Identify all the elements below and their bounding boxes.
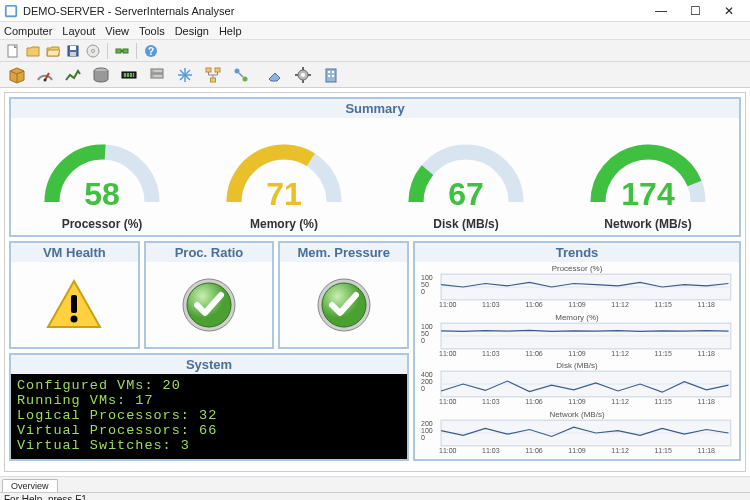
trend-title: Memory (%) <box>421 313 733 322</box>
ok-icon <box>314 275 374 335</box>
svg-rect-8 <box>116 49 121 53</box>
cd-icon[interactable] <box>84 42 102 60</box>
building-icon[interactable] <box>320 64 342 86</box>
save-icon[interactable] <box>64 42 82 60</box>
svg-point-24 <box>152 75 154 77</box>
trend-xticks: 11:0011:0311:0611:0911:1211:1511:18 <box>421 301 733 308</box>
summary-panel: Summary 58 Processor (%) 71 Memory (%) <box>9 97 741 237</box>
status-row: VM Health Proc. Ratio Mem. Pressure <box>9 241 409 349</box>
maximize-button[interactable]: ☐ <box>678 1 712 21</box>
status-bar: For Help, press F1. <box>0 492 750 500</box>
status-panel-2: Mem. Pressure <box>278 241 409 349</box>
open-icon[interactable] <box>24 42 42 60</box>
memory-icon[interactable] <box>118 64 140 86</box>
svg-text:?: ? <box>148 46 154 57</box>
svg-point-23 <box>152 70 154 72</box>
svg-point-14 <box>44 78 47 81</box>
tab-strip: Overview <box>0 476 750 492</box>
menu-design[interactable]: Design <box>175 25 209 37</box>
menu-computer[interactable]: Computer <box>4 25 52 37</box>
close-button[interactable]: ✕ <box>712 1 746 21</box>
status-title: VM Health <box>11 243 138 262</box>
trend-3: Network (MB/s) 2001000 11:0011:0311:0611… <box>421 410 733 458</box>
svg-rect-31 <box>211 78 216 82</box>
svg-rect-44 <box>332 75 334 77</box>
trend-yticks: 4002000 <box>421 371 433 392</box>
menu-bar: Computer Layout View Tools Design Help <box>0 22 750 40</box>
gauge-label: Network (MB/s) <box>604 217 691 231</box>
chart-icon[interactable] <box>62 64 84 86</box>
flow-icon[interactable] <box>230 64 252 86</box>
gauge-label: Disk (MB/s) <box>433 217 498 231</box>
menu-help[interactable]: Help <box>219 25 242 37</box>
toolbar-standard: ? <box>0 40 750 62</box>
trends-body: Processor (%) 100500 11:0011:0311:0611:0… <box>415 262 739 459</box>
svg-rect-43 <box>328 75 330 77</box>
eraser-icon[interactable] <box>264 64 286 86</box>
svg-point-35 <box>301 73 305 77</box>
gauge-value: 71 <box>219 176 349 213</box>
app-icon <box>4 4 18 18</box>
trends-panel: Trends Processor (%) 100500 11:0011:0311… <box>413 241 741 461</box>
gauge-value: 174 <box>583 176 713 213</box>
system-panel: System Configured VMs: 20 Running VMs: 1… <box>9 353 409 461</box>
new-icon[interactable] <box>4 42 22 60</box>
trend-1: Memory (%) 100500 11:0011:0311:0611:0911… <box>421 313 733 361</box>
trend-yticks: 100500 <box>421 323 433 344</box>
gauge-2: 67 Disk (MB/s) <box>375 118 557 235</box>
menu-tools[interactable]: Tools <box>139 25 165 37</box>
svg-point-33 <box>243 76 248 81</box>
gauge-icon[interactable] <box>34 64 56 86</box>
trend-2: Disk (MB/s) 4002000 11:0011:0311:0611:09… <box>421 361 733 409</box>
svg-rect-1 <box>7 6 16 15</box>
system-title: System <box>11 355 407 374</box>
separator <box>107 43 108 59</box>
svg-rect-18 <box>127 73 129 77</box>
summary-body: 58 Processor (%) 71 Memory (%) 67 Disk (… <box>11 118 739 235</box>
svg-point-7 <box>92 49 95 52</box>
mid-row: VM Health Proc. Ratio Mem. Pressure Syst… <box>9 241 741 461</box>
gauge-0: 58 Processor (%) <box>11 118 193 235</box>
disk-icon[interactable] <box>90 64 112 86</box>
gear-icon[interactable] <box>292 64 314 86</box>
svg-rect-9 <box>123 49 128 53</box>
svg-rect-29 <box>206 68 211 72</box>
folder-icon[interactable] <box>44 42 62 60</box>
gauge-value: 67 <box>401 176 531 213</box>
svg-rect-30 <box>215 68 220 72</box>
server-icon[interactable] <box>146 64 168 86</box>
menu-view[interactable]: View <box>105 25 129 37</box>
svg-rect-19 <box>130 73 132 77</box>
trend-xticks: 11:0011:0311:0611:0911:1211:1511:18 <box>421 350 733 357</box>
connect-icon[interactable] <box>113 42 131 60</box>
tab-overview[interactable]: Overview <box>2 479 58 492</box>
svg-rect-17 <box>124 73 126 77</box>
network-icon[interactable] <box>202 64 224 86</box>
gauge-label: Memory (%) <box>250 217 318 231</box>
snowflake-icon[interactable] <box>174 64 196 86</box>
svg-rect-5 <box>70 52 76 56</box>
trends-title: Trends <box>415 243 739 262</box>
system-led-display: Configured VMs: 20 Running VMs: 17 Logic… <box>11 374 407 459</box>
minimize-button[interactable]: — <box>644 1 678 21</box>
status-panel-1: Proc. Ratio <box>144 241 275 349</box>
trend-xticks: 11:0011:0311:0611:0911:1211:1511:18 <box>421 447 733 454</box>
status-title: Proc. Ratio <box>146 243 273 262</box>
toolbar-app <box>0 62 750 88</box>
trend-title: Disk (MB/s) <box>421 361 733 370</box>
svg-rect-42 <box>332 71 334 73</box>
trend-0: Processor (%) 100500 11:0011:0311:0611:0… <box>421 264 733 312</box>
svg-rect-20 <box>133 73 134 77</box>
help-icon[interactable]: ? <box>142 42 160 60</box>
menu-layout[interactable]: Layout <box>62 25 95 37</box>
trend-yticks: 2001000 <box>421 420 433 441</box>
summary-title: Summary <box>11 99 739 118</box>
trend-xticks: 11:0011:0311:0611:0911:1211:1511:18 <box>421 398 733 405</box>
svg-rect-40 <box>326 69 336 82</box>
left-column: VM Health Proc. Ratio Mem. Pressure Syst… <box>9 241 409 461</box>
workspace: Summary 58 Processor (%) 71 Memory (%) <box>0 88 750 476</box>
trend-title: Network (MB/s) <box>421 410 733 419</box>
package-icon[interactable] <box>6 64 28 86</box>
status-panel-0: VM Health <box>9 241 140 349</box>
svg-point-32 <box>235 68 240 73</box>
